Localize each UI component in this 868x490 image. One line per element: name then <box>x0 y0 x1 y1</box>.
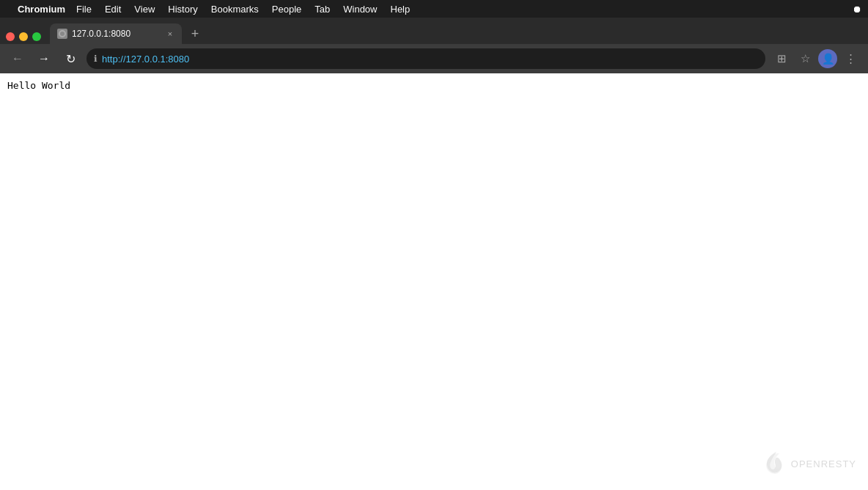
extensions-button[interactable]: ⊞ <box>771 48 792 69</box>
new-tab-button[interactable]: + <box>185 23 205 44</box>
address-bar[interactable]: ℹ <box>87 48 765 69</box>
close-window-button[interactable] <box>6 32 15 41</box>
openresty-watermark: OPENRESTY <box>759 449 856 478</box>
menubar-window[interactable]: Window <box>341 4 379 15</box>
reload-button[interactable]: ↻ <box>60 48 81 69</box>
profile-button[interactable]: 👤 <box>818 49 837 68</box>
tab-title-label: 127.0.0.1:8080 <box>72 29 160 39</box>
toolbar: ← → ↻ ℹ ⊞ ☆ 👤 ⋮ <box>0 44 868 73</box>
window-controls <box>6 32 41 41</box>
menubar-file[interactable]: File <box>74 4 94 15</box>
menubar-edit[interactable]: Edit <box>103 4 123 15</box>
openresty-text-label: OPENRESTY <box>791 458 856 469</box>
menubar: Chromium File Edit View History Bookmark… <box>0 0 868 18</box>
menubar-history[interactable]: History <box>166 4 199 15</box>
tab-bar: 127.0.0.1:8080 × + <box>0 18 868 44</box>
page-content: Hello World OPENRESTY <box>0 73 868 490</box>
browser-chrome: 127.0.0.1:8080 × + ← → ↻ ℹ ⊞ ☆ 👤 ⋮ <box>0 18 868 73</box>
maximize-window-button[interactable] <box>32 32 41 41</box>
system-status-icon: ⏺ <box>853 4 862 15</box>
menubar-right: ⏺ <box>847 4 862 15</box>
app-name-label: Chromium <box>18 4 65 15</box>
toolbar-right-buttons: ⊞ ☆ 👤 ⋮ <box>771 48 861 69</box>
minimize-window-button[interactable] <box>19 32 28 41</box>
security-icon: ℹ <box>94 54 98 64</box>
tab-close-button[interactable]: × <box>164 28 176 40</box>
menubar-view[interactable]: View <box>132 4 157 15</box>
more-menu-button[interactable]: ⋮ <box>840 48 861 69</box>
forward-button[interactable]: → <box>34 48 54 69</box>
tab-favicon-icon <box>57 29 67 39</box>
menubar-items: File Edit View History Bookmarks People … <box>74 4 412 15</box>
page-body-text: Hello World <box>7 79 861 92</box>
menubar-bookmarks[interactable]: Bookmarks <box>209 4 261 15</box>
back-button[interactable]: ← <box>7 48 28 69</box>
menubar-tab[interactable]: Tab <box>312 4 332 15</box>
bookmark-button[interactable]: ☆ <box>795 48 815 69</box>
browser-tab[interactable]: 127.0.0.1:8080 × <box>50 23 182 44</box>
openresty-logo-icon <box>759 449 788 478</box>
menubar-people[interactable]: People <box>270 4 304 15</box>
menubar-help[interactable]: Help <box>389 4 413 15</box>
address-input[interactable] <box>102 54 758 65</box>
profile-icon: 👤 <box>822 53 834 65</box>
